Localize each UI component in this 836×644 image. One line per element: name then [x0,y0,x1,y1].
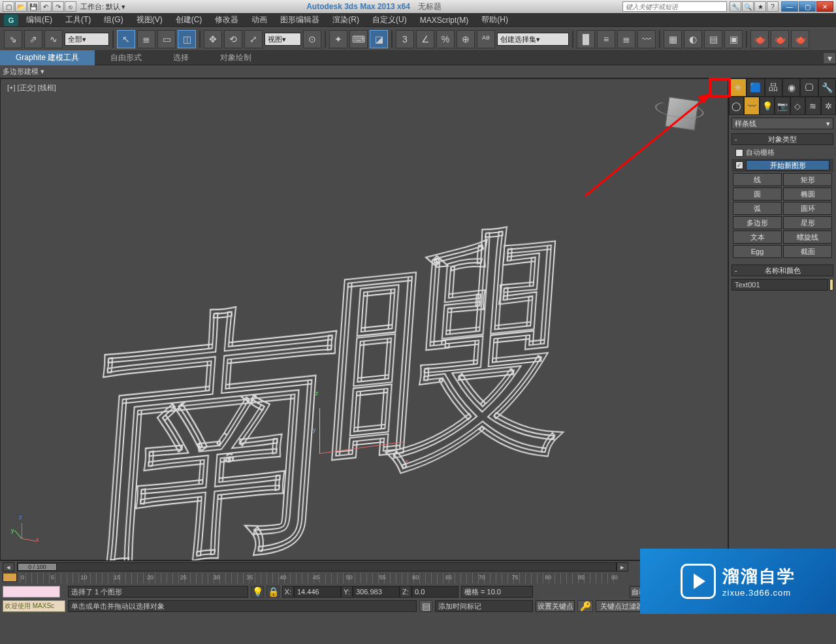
menu-views[interactable]: 视图(V) [131,13,168,27]
help-search-input[interactable] [622,1,727,12]
object-name-input[interactable] [732,279,828,291]
menu-help[interactable]: 帮助(H) [476,13,513,27]
motion-tab-icon[interactable]: ◉ [782,78,800,97]
viewcube[interactable] [656,91,708,143]
transform-gizmo[interactable]: z y x [314,394,406,459]
link-icon[interactable]: ⇘ [4,30,22,48]
setkey-button[interactable]: 设置关键点 [536,600,575,612]
ribbon-tab-graphite[interactable]: Graphite 建模工具 [0,50,95,65]
donut-button[interactable]: 圆环 [783,202,832,215]
workspace-dropdown[interactable]: 工作台: 默认▾ [80,2,125,12]
render-setup-icon[interactable]: ▤ [704,30,722,48]
auto-grid-row[interactable]: 自动栅格 [732,146,833,159]
search-icon[interactable]: 🔍 [742,1,754,12]
ngon-button[interactable]: 多边形 [733,216,782,229]
window-crossing-icon[interactable]: ◫ [178,30,196,48]
shape-type-dropdown[interactable]: 样条线▾ [732,118,833,129]
app-logo-icon[interactable]: G [4,14,18,26]
menu-maxscript[interactable]: MAXScript(M) [415,14,474,26]
render-frame-icon[interactable]: ▣ [724,30,743,48]
rollout-name-color[interactable]: 名称和颜色 [732,265,833,276]
utilities-tab-icon[interactable]: 🔧 [818,78,836,97]
render-iter-icon[interactable]: 🫖 [791,30,809,48]
timeline-left-icon[interactable]: ◂ [3,562,14,572]
text-button[interactable]: 文本 [733,231,782,244]
menu-custom[interactable]: 自定义(U) [367,13,412,27]
ribbon-help-icon[interactable]: ▾ [823,52,836,64]
ribbon-tab-selection[interactable]: 选择 [157,50,204,65]
selection-filter-dropdown[interactable]: 全部 ▾ [65,33,109,46]
arc-button[interactable]: 弧 [733,202,782,215]
star-button[interactable]: 星形 [783,216,832,229]
menu-create[interactable]: 创建(C) [170,13,208,27]
timeline-right-icon[interactable]: ▸ [617,562,628,572]
material-icon[interactable]: ◐ [684,30,702,48]
undo-icon[interactable]: ↶ [40,1,52,12]
modify-tab-icon[interactable]: 🟦 [747,78,764,97]
select-name-icon[interactable]: ≣ [137,30,155,48]
rotate-icon[interactable]: ⟲ [224,30,242,48]
start-new-button[interactable]: 开始新图形 [746,160,829,170]
start-new-row[interactable]: ✓ 开始新图形 [732,159,833,172]
object-color-swatch[interactable] [829,279,833,291]
time-slider[interactable]: 0 / 100 [17,562,617,572]
menu-tools[interactable]: 工具(T) [60,13,96,27]
edit-named-icon[interactable]: ᴬᴮ [477,30,495,48]
lock-sel-icon[interactable]: 🔒 [266,586,280,598]
systems-icon[interactable]: ✲ [821,97,836,115]
redo-icon[interactable]: ↷ [52,1,64,12]
keyboard-icon[interactable]: ⌨ [349,30,368,48]
time-slider-thumb[interactable]: 0 / 100 [18,563,57,571]
toolbox-icon[interactable]: 🔧 [730,1,741,12]
rect-region-icon[interactable]: ▭ [157,30,176,48]
menu-graph[interactable]: 图形编辑器 [275,13,325,27]
spinner-snap-icon[interactable]: ⊕ [457,30,475,48]
start-new-checkbox[interactable]: ✓ [735,161,743,169]
mirror-icon[interactable]: ▐▌ [577,30,595,48]
move-icon[interactable]: ✥ [204,30,222,48]
menu-render[interactable]: 渲染(R) [327,13,364,27]
key-icon[interactable]: 🔑 [577,600,593,612]
curve-editor-icon[interactable]: 〰 [637,30,656,48]
circle-button[interactable]: 圆 [733,187,782,201]
layers-icon[interactable]: ≣ [617,30,635,48]
link-icon[interactable]: ⎋ [65,1,76,12]
maximize-button[interactable]: ▢ [799,1,816,12]
hierarchy-tab-icon[interactable]: 品 [765,78,782,97]
script-status-icon[interactable] [3,586,60,598]
schematic-icon[interactable]: ▦ [664,30,682,48]
viewport[interactable]: [+] [正交] [线框] 南 瞍 z y x z x y [0,78,728,560]
auto-grid-checkbox[interactable] [735,149,743,157]
help-icon[interactable]: ? [767,1,779,12]
time-ruler[interactable]: 051015202530354045505560657075808590 [20,573,619,583]
create-tab-icon[interactable]: ✳ [729,78,747,97]
unlink-icon[interactable]: ⇗ [24,30,42,48]
ref-coord-dropdown[interactable]: 视图 ▾ [265,33,301,46]
save-icon[interactable]: 💾 [27,1,39,12]
rollout-object-type[interactable]: 对象类型 [732,133,833,145]
x-value[interactable]: 14.446 [294,586,341,598]
ribbon-sub-label[interactable]: 多边形建模 [3,67,39,76]
track-bar-icon[interactable] [3,573,17,582]
shapes-icon[interactable]: 〰 [744,97,759,115]
lights-icon[interactable]: 💡 [760,97,775,115]
rectangle-button[interactable]: 矩形 [783,173,832,186]
percent-snap-icon[interactable]: % [436,30,455,48]
menu-anim[interactable]: 动画 [246,13,272,27]
close-button[interactable]: ✕ [816,1,833,12]
time-tag-field[interactable]: 添加时间标记 [435,600,533,612]
star-icon[interactable]: ★ [754,1,766,12]
open-icon[interactable]: 📂 [15,1,27,12]
helix-button[interactable]: 螺旋线 [783,231,832,244]
select-icon[interactable]: ↖ [117,30,135,48]
ellipse-button[interactable]: 椭圆 [783,187,832,201]
render-prod-icon[interactable]: 🫖 [771,30,789,48]
script-listener-icon[interactable]: ▤ [419,600,432,612]
ribbon-tab-paint[interactable]: 对象绘制 [204,50,267,65]
lock-icon[interactable]: 💡 [251,586,264,598]
pivot-icon[interactable]: ⊙ [303,30,321,48]
snap-toggle-icon[interactable]: ◪ [370,30,388,48]
named-selection-dropdown[interactable]: 创建选择集 ▾ [497,33,569,46]
scale-icon[interactable]: ⤢ [244,30,263,48]
align-icon[interactable]: ≡ [597,30,615,48]
